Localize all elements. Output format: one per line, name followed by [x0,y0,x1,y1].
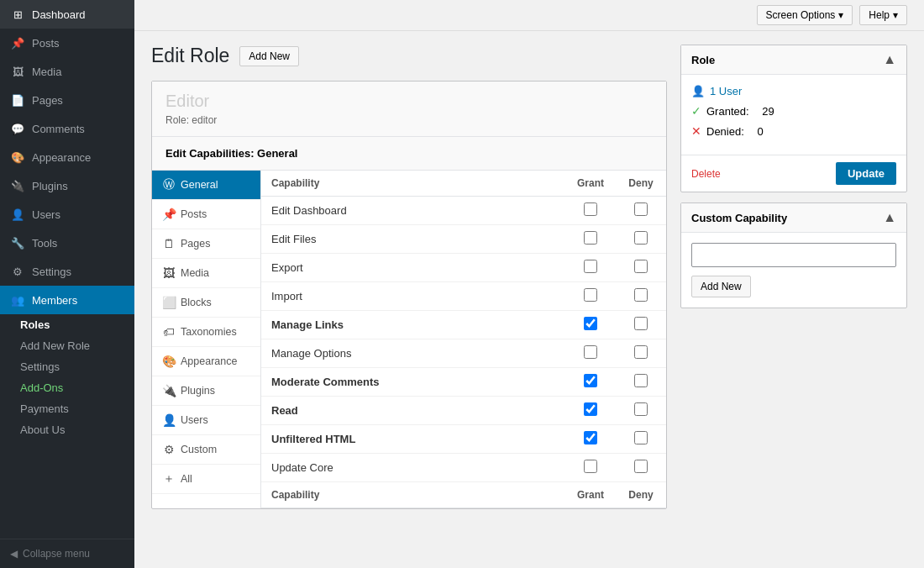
sidebar-item-plugins[interactable]: 🔌 Plugins [0,171,134,200]
comment-icon: 💬 [10,121,25,136]
sidebar-item-label: Comments [32,123,85,135]
screen-options-label: Screen Options [766,9,836,21]
sub-item-label: Add-Ons [20,381,63,394]
cap-sidebar-blocks[interactable]: ⬜ Blocks [152,288,260,318]
capability-name: Edit Dashboard [261,197,565,225]
sidebar-item-users[interactable]: 👤 Users [0,200,134,229]
deny-checkbox[interactable] [634,460,648,473]
cap-sidebar-general-label: General [181,179,218,191]
grant-checkbox-cell [565,368,616,397]
sidebar-item-label: Users [32,208,60,221]
custom-cap-input[interactable] [691,243,896,267]
cap-sidebar-posts[interactable]: 📌 Posts [152,200,260,229]
plugin-cap-icon: 🔌 [162,384,176,397]
sidebar-sub-addons[interactable]: Add-Ons [0,377,134,398]
sidebar-item-media[interactable]: 🖼 Media [0,57,134,86]
deny-checkbox[interactable] [634,431,648,444]
sidebar-item-tools[interactable]: 🔧 Tools [0,229,134,257]
col-deny-header: Deny [616,171,666,197]
deny-checkbox[interactable] [634,202,648,216]
deny-checkbox-cell [616,368,666,397]
grant-checkbox[interactable] [584,260,597,273]
sidebar-sub-about-us[interactable]: About Us [0,419,134,440]
plugin-icon: 🔌 [10,178,25,193]
cap-sidebar: Ⓦ General 📌 Posts 🗒 Pages 🖼 [152,171,261,508]
grant-checkbox[interactable] [584,374,597,387]
deny-checkbox-cell [616,397,666,425]
capability-name: Read [261,397,565,425]
help-label: Help [869,9,890,21]
grant-checkbox[interactable] [584,231,597,245]
sub-item-label: Roles [20,318,50,331]
deny-checkbox[interactable] [634,288,648,302]
media-icon: 🖼 [10,64,25,79]
members-icon: 👥 [10,292,25,308]
deny-checkbox-cell [616,197,666,225]
page-icon: 📄 [10,92,25,108]
grant-checkbox[interactable] [584,345,597,359]
sidebar-item-settings[interactable]: ⚙ Settings [0,257,134,286]
sub-item-label: Payments [20,402,69,415]
cap-sidebar-pages[interactable]: 🗒 Pages [152,229,260,259]
cap-sidebar-all[interactable]: ＋ All [152,465,260,494]
cap-sidebar-plugins[interactable]: 🔌 Plugins [152,376,260,406]
add-new-cap-button[interactable]: Add New [691,276,751,297]
col-capability-footer: Capability [261,482,565,508]
deny-checkbox[interactable] [634,402,648,416]
col-grant-footer: Grant [565,482,616,508]
cap-sidebar-media[interactable]: 🖼 Media [152,259,260,288]
deny-checkbox-cell [616,425,666,454]
table-row: Update Core [261,454,666,482]
cap-sidebar-general[interactable]: Ⓦ General [152,171,260,200]
sidebar-sub-add-new-role[interactable]: Add New Role [0,335,134,356]
role-label: Role: editor [165,114,653,126]
custom-cap-widget-body: Add New [681,233,906,308]
user-icon: 👤 [10,207,25,222]
delete-role-link[interactable]: Delete [691,168,721,180]
page-header: Edit Role Add New [151,45,667,67]
sidebar-sub-roles[interactable]: Roles [0,314,134,335]
table-row: Unfiltered HTML [261,425,666,454]
sidebar-item-label: Plugins [32,180,68,192]
cap-sidebar-users[interactable]: 👤 Users [152,406,260,435]
sidebar-item-members[interactable]: 👥 Members [0,286,134,314]
sidebar-item-appearance[interactable]: 🎨 Appearance [0,143,134,171]
help-button[interactable]: Help ▾ [859,5,907,25]
add-new-role-button[interactable]: Add New [239,46,299,66]
cap-sidebar-taxonomies[interactable]: 🏷 Taxonomies [152,318,260,347]
grant-checkbox[interactable] [584,202,597,216]
sidebar-sub-settings[interactable]: Settings [0,356,134,377]
grant-checkbox[interactable] [584,431,597,444]
capability-name: Moderate Comments [261,368,565,397]
role-widget-toggle[interactable]: ▲ [883,52,896,67]
deny-checkbox[interactable] [634,374,648,387]
grant-checkbox[interactable] [584,402,597,416]
grant-checkbox-cell [565,254,616,282]
deny-checkbox-cell [616,254,666,282]
sidebar-item-pages[interactable]: 📄 Pages [0,86,134,114]
deny-checkbox[interactable] [634,231,648,245]
update-role-button[interactable]: Update [836,162,896,185]
sidebar-item-label: Dashboard [32,8,86,21]
deny-checkbox[interactable] [634,317,648,330]
deny-checkbox[interactable] [634,260,648,273]
cap-sidebar-custom[interactable]: ⚙ Custom [152,435,260,465]
grant-checkbox[interactable] [584,317,597,330]
cap-sidebar-appearance[interactable]: 🎨 Appearance [152,347,260,376]
grant-checkbox[interactable] [584,288,597,302]
user-count-link[interactable]: 1 User [710,85,742,97]
collapse-menu-button[interactable]: ◀ Collapse menu [0,539,134,568]
sidebar-item-comments[interactable]: 💬 Comments [0,114,134,143]
cap-sidebar-users-label: Users [181,414,208,426]
granted-row: ✓ Granted: 29 [691,104,896,118]
sidebar-item-dashboard[interactable]: ⊞ Dashboard [0,0,134,29]
grant-checkbox[interactable] [584,460,597,473]
appearance-icon: 🎨 [10,150,25,165]
custom-cap-toggle[interactable]: ▲ [883,210,896,225]
sidebar-item-posts[interactable]: 📌 Posts [0,29,134,57]
screen-options-button[interactable]: Screen Options ▾ [757,5,853,25]
sidebar-sub-payments[interactable]: Payments [0,398,134,419]
custom-cap-title: Custom Capability [691,212,787,224]
deny-checkbox[interactable] [634,345,648,359]
sidebar-item-label: Tools [32,237,57,250]
